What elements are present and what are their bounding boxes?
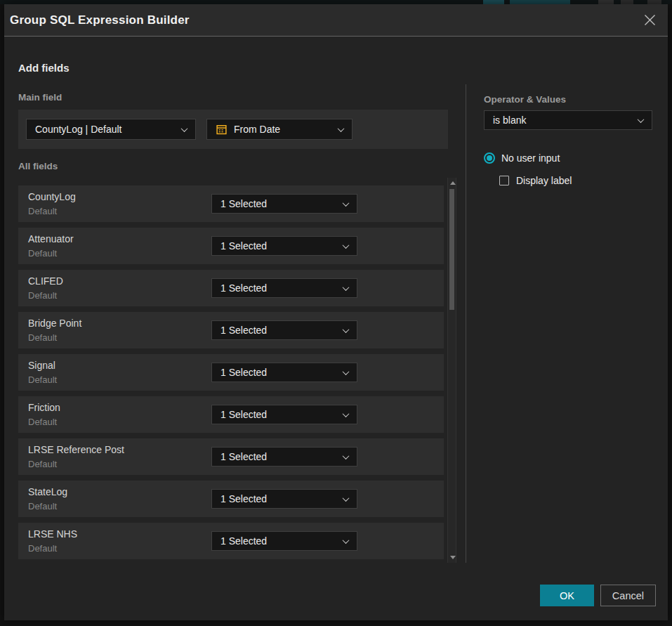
scroll-up-arrow-icon[interactable] [450, 181, 456, 185]
field-row: CountyLog Default 1 Selected [18, 185, 444, 222]
field-row: StateLog Default 1 Selected [18, 481, 444, 517]
field-selected-value: 1 Selected [220, 240, 337, 252]
field-selected-value: 1 Selected [220, 367, 337, 378]
field-sublabel: Default [28, 374, 207, 386]
radio-selected-icon [484, 152, 495, 164]
field-selected-value: 1 Selected [220, 451, 337, 462]
operator-dropdown[interactable]: is blank [484, 110, 652, 130]
chevron-down-icon [343, 242, 350, 249]
field-row-text: Friction Default [28, 401, 207, 429]
chevron-down-icon [338, 125, 345, 132]
field-sublabel: Default [28, 416, 207, 429]
field-sublabel: Default [28, 205, 207, 218]
chevron-down-icon [343, 410, 350, 417]
field-selected-dropdown[interactable]: 1 Selected [211, 278, 357, 298]
chevron-down-icon [343, 368, 350, 375]
field-selected-dropdown[interactable]: 1 Selected [211, 489, 357, 509]
display-label-label: Display label [516, 175, 572, 186]
field-name: Attenuator [28, 233, 207, 245]
field-selected-dropdown[interactable]: 1 Selected [211, 194, 357, 214]
field-name: Friction [28, 401, 207, 414]
field-row-text: CLIFED Default [28, 275, 207, 302]
chevron-down-icon [343, 537, 350, 544]
field-row: LRSE NHS Default 1 Selected [18, 523, 444, 559]
main-field-label: Main field [18, 92, 62, 103]
ok-button[interactable]: OK [540, 585, 594, 606]
field-selected-value: 1 Selected [220, 535, 337, 547]
no-user-input-label: No user input [501, 152, 560, 164]
field-name: CLIFED [28, 275, 207, 287]
main-field-panel: CountyLog | Default From Date [18, 110, 448, 149]
field-row-text: StateLog Default [28, 485, 207, 513]
field-row: CLIFED Default 1 Selected [18, 270, 444, 306]
operator-dropdown-value: is blank [493, 115, 632, 126]
operator-values-heading: Operator & Values [484, 94, 566, 105]
field-name: LRSE NHS [28, 528, 207, 540]
all-fields-list: CountyLog Default 1 Selected Attenuator … [18, 185, 444, 563]
field-selected-dropdown[interactable]: 1 Selected [211, 320, 357, 340]
field-sublabel: Default [28, 247, 207, 260]
field-sublabel: Default [28, 289, 207, 302]
no-user-input-option[interactable]: No user input [484, 152, 560, 164]
field-row-text: Bridge Point Default [28, 317, 207, 344]
field-row-text: CountyLog Default [28, 190, 207, 218]
chevron-down-icon [343, 495, 350, 502]
field-name: LRSE Reference Post [28, 443, 207, 456]
chevron-down-icon [343, 326, 350, 333]
field-row: Signal Default 1 Selected [18, 354, 444, 391]
field-sublabel: Default [28, 458, 207, 471]
field-selected-value: 1 Selected [220, 409, 337, 420]
field-selected-dropdown[interactable]: 1 Selected [211, 405, 357, 424]
chevron-down-icon [343, 200, 350, 207]
all-fields-label: All fields [18, 161, 58, 171]
dialog-header: Group SQL Expression Builder [4, 4, 668, 37]
field-row: LRSE Reference Post Default 1 Selected [18, 438, 444, 475]
field-selected-value: 1 Selected [220, 282, 337, 294]
field-name: Signal [28, 359, 207, 372]
field-row: Friction Default 1 Selected [18, 396, 444, 433]
close-icon [644, 14, 656, 26]
field-row-text: LRSE Reference Post Default [28, 443, 207, 471]
field-sublabel: Default [28, 500, 207, 513]
field-selected-dropdown[interactable]: 1 Selected [211, 363, 357, 382]
field-row-text: Signal Default [28, 359, 207, 386]
cancel-button[interactable]: Cancel [600, 585, 656, 606]
scrollbar-thumb[interactable] [449, 189, 454, 310]
list-scrollbar[interactable] [447, 178, 456, 563]
field-selected-dropdown[interactable]: 1 Selected [211, 531, 357, 551]
display-label-option[interactable]: Display label [499, 175, 572, 186]
chevron-down-icon [181, 125, 188, 132]
dialog-title: Group SQL Expression Builder [10, 13, 190, 27]
field-row: Bridge Point Default 1 Selected [18, 312, 444, 348]
field-row: Attenuator Default 1 Selected [18, 228, 444, 264]
field-name: CountyLog [28, 190, 207, 203]
field-sublabel: Default [28, 332, 207, 344]
main-field-dropdown[interactable]: From Date [206, 119, 353, 140]
field-name: StateLog [28, 485, 207, 498]
dialog-footer: OK Cancel [540, 585, 656, 606]
field-name: Bridge Point [28, 317, 207, 330]
calendar-icon [216, 124, 228, 136]
add-fields-heading: Add fields [18, 62, 70, 74]
field-row-text: LRSE NHS Default [28, 528, 207, 555]
chevron-down-icon [343, 284, 350, 291]
field-selected-value: 1 Selected [220, 493, 337, 504]
scroll-down-arrow-icon[interactable] [450, 556, 456, 559]
close-button[interactable] [641, 12, 658, 29]
main-field-dropdown-value: From Date [234, 124, 332, 135]
field-selected-dropdown[interactable]: 1 Selected [211, 236, 357, 256]
field-selected-value: 1 Selected [220, 325, 337, 336]
field-sublabel: Default [28, 542, 207, 555]
main-layer-dropdown[interactable]: CountyLog | Default [26, 119, 196, 140]
field-row-text: Attenuator Default [28, 233, 207, 260]
field-selected-value: 1 Selected [220, 198, 337, 209]
field-selected-dropdown[interactable]: 1 Selected [211, 447, 357, 467]
checkbox-unchecked-icon [499, 176, 509, 185]
panel-divider [466, 84, 466, 563]
main-layer-dropdown-value: CountyLog | Default [35, 124, 176, 135]
chevron-down-icon [343, 452, 350, 459]
chevron-down-icon [638, 116, 645, 123]
group-sql-expression-builder-dialog: Group SQL Expression Builder Add fields … [4, 4, 668, 620]
